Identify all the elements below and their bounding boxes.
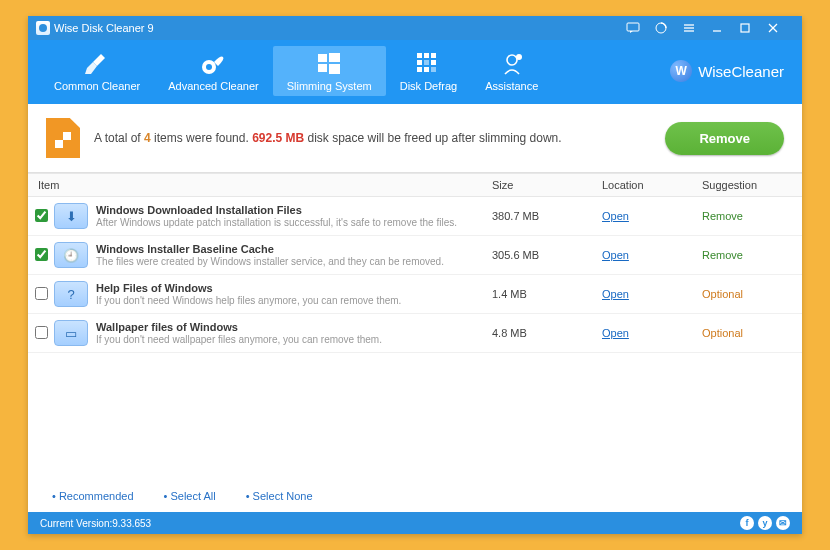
summary-bar: A total of 4 items were found. 692.5 MB … (28, 104, 802, 173)
link-recommended[interactable]: Recommended (52, 490, 134, 502)
titlebar: Wise Disk Cleaner 9 (28, 16, 802, 40)
remove-button[interactable]: Remove (665, 122, 784, 155)
row-size: 1.4 MB (492, 288, 602, 300)
svg-rect-14 (329, 64, 340, 74)
svg-point-24 (507, 55, 517, 65)
svg-rect-13 (318, 64, 327, 72)
table-header: Item Size Location Suggestion (28, 173, 802, 197)
tab-advanced-cleaner[interactable]: Advanced Cleaner (154, 46, 273, 96)
row-desc: If you don't need wallpaper files anymor… (96, 334, 486, 345)
row-size: 4.8 MB (492, 327, 602, 339)
col-size[interactable]: Size (492, 179, 602, 191)
window-title: Wise Disk Cleaner 9 (54, 22, 626, 34)
broom-icon (82, 50, 112, 78)
defrag-icon (413, 50, 443, 78)
tab-assistance[interactable]: Assistance (471, 46, 552, 96)
app-icon (36, 21, 50, 35)
vacuum-icon (198, 50, 228, 78)
svg-rect-23 (431, 67, 436, 72)
svg-point-25 (516, 54, 522, 60)
col-item[interactable]: Item (28, 179, 492, 191)
svg-rect-11 (318, 54, 327, 62)
row-text: Windows Downloaded Installation FilesAft… (96, 204, 492, 228)
minimize-button[interactable] (710, 21, 738, 35)
open-link[interactable]: Open (602, 210, 629, 222)
svg-rect-16 (424, 53, 429, 58)
row-suggestion: Remove (702, 210, 802, 222)
brand-logo-icon: W (670, 60, 692, 82)
folder-icon: ▭ (54, 320, 88, 346)
row-checkbox[interactable] (35, 287, 48, 300)
feedback-icon[interactable] (626, 22, 654, 34)
table-row: ▭Wallpaper files of WindowsIf you don't … (28, 314, 802, 353)
svg-point-10 (206, 64, 212, 70)
svg-rect-15 (417, 53, 422, 58)
main-toolbar: Common Cleaner Advanced Cleaner Slimming… (28, 40, 802, 104)
row-text: Help Files of WindowsIf you don't need W… (96, 282, 492, 306)
row-desc: If you don't need Windows help files any… (96, 295, 486, 306)
folder-icon: 🕘 (54, 242, 88, 268)
col-suggestion[interactable]: Suggestion (702, 179, 802, 191)
folder-icon: ? (54, 281, 88, 307)
tab-label: Disk Defrag (400, 80, 457, 92)
row-desc: After Windows update patch installation … (96, 217, 486, 228)
tab-slimming-system[interactable]: Slimming System (273, 46, 386, 96)
svg-rect-21 (417, 67, 422, 72)
tab-label: Advanced Cleaner (168, 80, 259, 92)
version-label: Current Version:9.33.653 (40, 518, 151, 529)
svg-rect-19 (424, 60, 429, 65)
skin-icon[interactable] (654, 21, 682, 35)
row-suggestion: Optional (702, 327, 802, 339)
row-suggestion: Remove (702, 249, 802, 261)
windows-icon (314, 50, 344, 78)
row-title: Windows Downloaded Installation Files (96, 204, 486, 216)
svg-rect-12 (329, 53, 340, 62)
row-title: Windows Installer Baseline Cache (96, 243, 486, 255)
table-body: ⬇Windows Downloaded Installation FilesAf… (28, 197, 802, 480)
open-link[interactable]: Open (602, 249, 629, 261)
svg-rect-22 (424, 67, 429, 72)
status-bar: Current Version:9.33.653 f y ✉ (28, 512, 802, 534)
tab-common-cleaner[interactable]: Common Cleaner (40, 46, 154, 96)
twitter-icon[interactable]: y (758, 516, 772, 530)
table-row: 🕘Windows Installer Baseline CacheThe fil… (28, 236, 802, 275)
svg-rect-20 (431, 60, 436, 65)
col-location[interactable]: Location (602, 179, 702, 191)
close-button[interactable] (766, 21, 794, 35)
table-row: ?Help Files of WindowsIf you don't need … (28, 275, 802, 314)
tab-label: Assistance (485, 80, 538, 92)
tab-label: Slimming System (287, 80, 372, 92)
row-checkbox[interactable] (35, 326, 48, 339)
brand[interactable]: W WiseCleaner (670, 60, 790, 82)
svg-rect-6 (741, 24, 749, 32)
assistance-icon (497, 50, 527, 78)
folder-icon: ⬇ (54, 203, 88, 229)
brand-label: WiseCleaner (698, 63, 784, 80)
row-title: Wallpaper files of Windows (96, 321, 486, 333)
svg-rect-0 (627, 23, 639, 31)
file-icon (46, 118, 80, 158)
row-checkbox[interactable] (35, 209, 48, 222)
facebook-icon[interactable]: f (740, 516, 754, 530)
row-text: Wallpaper files of WindowsIf you don't n… (96, 321, 492, 345)
table-row: ⬇Windows Downloaded Installation FilesAf… (28, 197, 802, 236)
row-text: Windows Installer Baseline CacheThe file… (96, 243, 492, 267)
row-size: 305.6 MB (492, 249, 602, 261)
row-desc: The files were created by Windows instal… (96, 256, 486, 267)
row-size: 380.7 MB (492, 210, 602, 222)
maximize-button[interactable] (738, 21, 766, 35)
open-link[interactable]: Open (602, 327, 629, 339)
row-title: Help Files of Windows (96, 282, 486, 294)
tab-label: Common Cleaner (54, 80, 140, 92)
link-select-none[interactable]: Select None (246, 490, 313, 502)
link-select-all[interactable]: Select All (164, 490, 216, 502)
footer-links: Recommended Select All Select None (28, 480, 802, 512)
menu-icon[interactable] (682, 22, 710, 34)
svg-rect-18 (417, 60, 422, 65)
app-window: Wise Disk Cleaner 9 Common Cleaner Advan… (28, 16, 802, 534)
summary-text: A total of 4 items were found. 692.5 MB … (94, 131, 665, 145)
open-link[interactable]: Open (602, 288, 629, 300)
row-checkbox[interactable] (35, 248, 48, 261)
tab-disk-defrag[interactable]: Disk Defrag (386, 46, 471, 96)
email-icon[interactable]: ✉ (776, 516, 790, 530)
